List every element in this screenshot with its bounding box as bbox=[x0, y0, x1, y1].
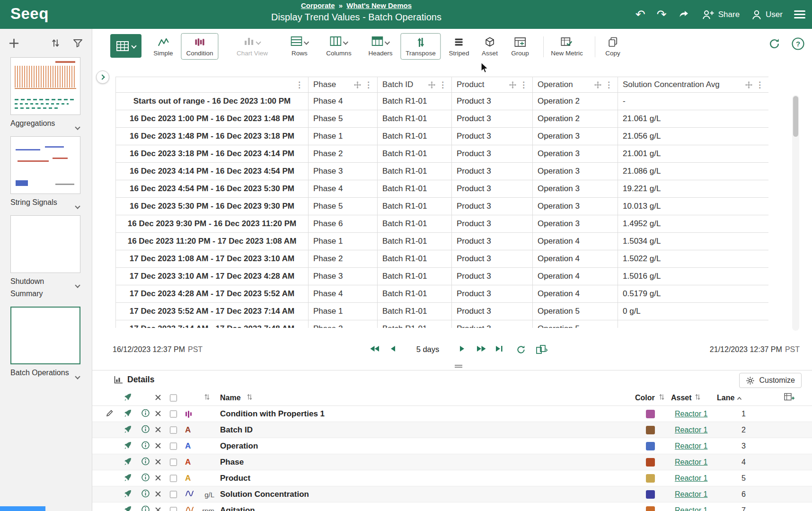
info-icon[interactable] bbox=[141, 457, 150, 467]
select-checkbox[interactable] bbox=[170, 475, 177, 482]
expand-sidebar-button[interactable] bbox=[96, 70, 109, 84]
move-column-icon[interactable] bbox=[745, 81, 752, 88]
column-header-product[interactable]: Product⋮ bbox=[452, 77, 533, 93]
toolbar-button-striped[interactable]: Striped bbox=[444, 33, 475, 60]
display-range-end[interactable]: 21/12/2023 12:37 PMPST bbox=[710, 345, 800, 354]
worksheet-thumbnail[interactable] bbox=[10, 136, 80, 194]
asset-swap-icon[interactable] bbox=[124, 458, 132, 467]
select-checkbox[interactable] bbox=[170, 458, 177, 466]
asset-link[interactable]: Reactor 1 bbox=[675, 426, 707, 434]
remove-icon[interactable] bbox=[155, 474, 161, 483]
help-button[interactable]: ? bbox=[792, 37, 804, 52]
toolbar-button-group[interactable]: Group bbox=[506, 33, 534, 60]
column-header-solution-concentration-avg[interactable]: Solution Concentration Avg⋮ bbox=[618, 77, 769, 93]
details-row[interactable]: A Operation Reactor 1 3 bbox=[92, 438, 812, 454]
info-icon[interactable] bbox=[141, 473, 150, 483]
asset-swap-icon[interactable] bbox=[124, 425, 132, 435]
step-back-button[interactable] bbox=[389, 345, 396, 354]
toolbar-button-simple[interactable]: Simple bbox=[148, 33, 178, 60]
step-to-end-button[interactable] bbox=[495, 345, 503, 354]
chevron-down-icon[interactable] bbox=[75, 282, 80, 288]
column-menu-icon[interactable]: ⋮ bbox=[520, 81, 528, 89]
details-row[interactable]: g/L Solution Concentration Reactor 1 6 bbox=[92, 486, 812, 502]
asset-link[interactable]: Reactor 1 bbox=[675, 458, 707, 467]
chevron-down-icon[interactable] bbox=[75, 124, 80, 130]
toolbar-button-columns[interactable]: Columns bbox=[321, 33, 356, 60]
color-swatch[interactable] bbox=[646, 426, 655, 434]
asset-swap-icon[interactable] bbox=[124, 490, 132, 499]
color-swatch[interactable] bbox=[646, 490, 655, 499]
sort-icon[interactable] bbox=[204, 394, 210, 402]
color-swatch[interactable] bbox=[646, 442, 655, 450]
toolbar-button-transpose[interactable]: Transpose bbox=[400, 33, 441, 60]
undo-button[interactable]: ↶ bbox=[635, 9, 645, 20]
lane-column-header[interactable]: Lane bbox=[717, 394, 734, 402]
capsule-row[interactable]: 17 Dec 2023 1:08 AM - 17 Dec 2023 3:10 A… bbox=[116, 250, 769, 268]
customize-button[interactable]: Customize bbox=[739, 373, 802, 388]
select-checkbox[interactable] bbox=[170, 426, 177, 433]
capsule-row[interactable]: 16 Dec 2023 5:30 PM - 16 Dec 2023 9:30 P… bbox=[116, 198, 769, 215]
info-icon[interactable] bbox=[141, 425, 150, 435]
chevron-down-icon[interactable] bbox=[75, 203, 80, 209]
breadcrumb-page-link[interactable]: What's New Demos bbox=[346, 1, 412, 9]
asset-link[interactable]: Reactor 1 bbox=[675, 474, 707, 483]
move-column-icon[interactable] bbox=[594, 81, 601, 88]
select-checkbox[interactable] bbox=[170, 491, 177, 498]
worksheet-thumbnail[interactable] bbox=[10, 57, 80, 115]
capsule-row[interactable]: 17 Dec 2023 5:52 AM - 17 Dec 2023 7:14 A… bbox=[116, 303, 769, 320]
sidebar-item-string-signals[interactable]: String Signals bbox=[10, 136, 81, 209]
toolbar-button-condition[interactable]: Condition bbox=[181, 33, 218, 60]
capsule-row[interactable]: 17 Dec 2023 4:28 AM - 17 Dec 2023 5:52 A… bbox=[116, 285, 769, 303]
breadcrumb-folder-link[interactable]: Corporate bbox=[301, 1, 335, 9]
column-menu-icon[interactable]: ⋮ bbox=[295, 81, 303, 89]
copy-range-button[interactable] bbox=[536, 345, 547, 356]
select-checkbox[interactable] bbox=[170, 410, 177, 417]
move-column-icon[interactable] bbox=[428, 81, 435, 88]
step-forward-button[interactable] bbox=[459, 345, 466, 354]
move-column-icon[interactable] bbox=[509, 81, 516, 88]
refresh-button[interactable] bbox=[768, 38, 780, 52]
table-view-dropdown[interactable] bbox=[110, 34, 141, 58]
remove-icon[interactable] bbox=[155, 442, 161, 450]
capsule-row[interactable]: 16 Dec 2023 3:18 PM - 16 Dec 2023 4:14 P… bbox=[116, 145, 769, 163]
remove-icon[interactable] bbox=[155, 490, 161, 499]
edit-pencil-icon[interactable] bbox=[106, 409, 114, 419]
sort-icon[interactable] bbox=[247, 394, 252, 402]
step-back-half-button[interactable] bbox=[370, 345, 380, 354]
user-menu[interactable]: User bbox=[751, 9, 783, 21]
info-icon[interactable] bbox=[141, 441, 150, 451]
asset-swap-icon[interactable] bbox=[124, 441, 132, 451]
item-name[interactable]: Agitation bbox=[220, 506, 255, 511]
redo-button[interactable]: ↷ bbox=[657, 9, 667, 20]
info-icon[interactable] bbox=[141, 489, 150, 499]
capsule-row[interactable]: 17 Dec 2023 3:10 AM - 17 Dec 2023 4:28 A… bbox=[116, 268, 769, 285]
details-row[interactable]: A Phase Reactor 1 4 bbox=[92, 454, 812, 470]
item-name[interactable]: Product bbox=[220, 474, 250, 483]
column-header-batch-id[interactable]: Batch ID⋮ bbox=[378, 77, 452, 93]
column-menu-icon[interactable]: ⋮ bbox=[756, 81, 764, 89]
chevron-down-icon[interactable] bbox=[75, 374, 80, 379]
toolbar-button-rows[interactable]: Rows bbox=[286, 33, 314, 60]
panel-resize-handle[interactable] bbox=[455, 364, 462, 369]
toolbar-button-new-metric[interactable]: New Metric bbox=[546, 33, 588, 60]
name-column-header[interactable]: Name bbox=[220, 394, 241, 402]
worksheet-thumbnail[interactable] bbox=[10, 215, 80, 273]
column-menu-icon[interactable]: ⋮ bbox=[605, 81, 613, 89]
share-button[interactable]: Share bbox=[702, 9, 740, 21]
capsule-row[interactable]: Starts out of range - 16 Dec 2023 1:00 P… bbox=[116, 93, 769, 110]
asset-link[interactable]: Reactor 1 bbox=[675, 506, 707, 511]
color-swatch[interactable] bbox=[646, 458, 655, 467]
color-swatch[interactable] bbox=[646, 506, 655, 511]
item-name[interactable]: Batch ID bbox=[220, 425, 253, 435]
column-header-operation[interactable]: Operation⋮ bbox=[533, 77, 618, 93]
item-name[interactable]: Operation bbox=[220, 441, 258, 451]
remove-all-icon[interactable] bbox=[155, 394, 161, 402]
remove-icon[interactable] bbox=[155, 426, 161, 434]
asset-swap-icon[interactable] bbox=[124, 409, 132, 419]
asset-link[interactable]: Reactor 1 bbox=[675, 442, 707, 450]
display-range-start[interactable]: 16/12/2023 12:37 PMPST bbox=[113, 345, 203, 354]
select-checkbox[interactable] bbox=[170, 507, 177, 511]
color-column-header[interactable]: Color bbox=[635, 394, 655, 402]
sort-icon[interactable] bbox=[659, 394, 664, 402]
asset-swap-column-icon[interactable] bbox=[124, 393, 132, 403]
